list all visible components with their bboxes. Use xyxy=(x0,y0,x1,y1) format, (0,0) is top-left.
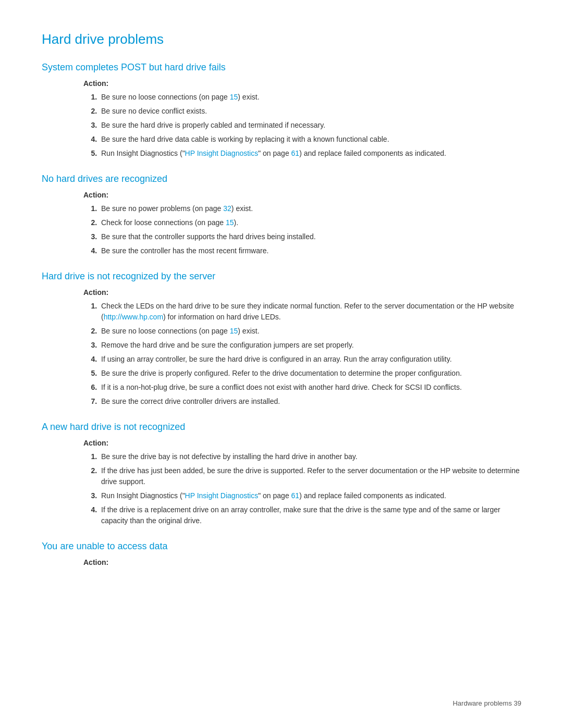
link[interactable]: 61 xyxy=(291,491,300,500)
list-item: Be sure the controller has the most rece… xyxy=(99,245,521,256)
page-footer: Hardware problems 39 xyxy=(452,699,521,707)
page-title: Hard drive problems xyxy=(42,31,521,47)
section-post-fails-title: System completes POST but hard drive fai… xyxy=(42,62,521,73)
section-not-recognized-server-action-label: Action xyxy=(83,288,521,297)
section-unable-access-title: You are unable to access data xyxy=(42,541,521,552)
section-no-drives-action-label: Action xyxy=(83,191,521,199)
list-item: If the drive has just been added, be sur… xyxy=(99,465,521,487)
section-unable-access-action-label: Action xyxy=(83,558,521,566)
list-item: Run Insight Diagnostics ("HP Insight Dia… xyxy=(99,148,521,159)
section-not-recognized-server-title: Hard drive is not recognized by the serv… xyxy=(42,271,521,282)
section-post-fails-list: Be sure no loose connections (on page 15… xyxy=(99,92,521,159)
list-item: Be sure the drive is properly configured… xyxy=(99,368,521,379)
section-new-drive-not-recognized-title: A new hard drive is not recognized xyxy=(42,422,521,433)
list-item: Be sure no power problems (on page 32) e… xyxy=(99,203,521,214)
list-item: Be sure the drive bay is not defective b… xyxy=(99,451,521,462)
list-item: Check for loose connections (on page 15)… xyxy=(99,217,521,228)
section-unable-access: You are unable to access dataAction xyxy=(42,541,521,566)
link[interactable]: 61 xyxy=(291,149,300,157)
list-item: If the drive is a replacement drive on a… xyxy=(99,504,521,526)
section-new-drive-not-recognized: A new hard drive is not recognizedAction… xyxy=(42,422,521,526)
section-not-recognized-server-list: Check the LEDs on the hard drive to be s… xyxy=(99,301,521,407)
section-not-recognized-server: Hard drive is not recognized by the serv… xyxy=(42,271,521,407)
list-item: Be sure the hard drive data cable is wor… xyxy=(99,134,521,145)
list-item: Be sure no loose connections (on page 15… xyxy=(99,92,521,103)
list-item: Be sure no device conflict exists. xyxy=(99,106,521,117)
link[interactable]: 32 xyxy=(223,204,231,213)
link[interactable]: 15 xyxy=(226,218,234,227)
list-item: Check the LEDs on the hard drive to be s… xyxy=(99,301,521,323)
link[interactable]: 15 xyxy=(230,93,238,101)
list-item: Be sure the hard drive is properly cable… xyxy=(99,120,521,131)
list-item: If it is a non-hot-plug drive, be sure a… xyxy=(99,382,521,393)
link[interactable]: http://www.hp.com xyxy=(104,313,163,321)
link[interactable]: HP Insight Diagnostics xyxy=(185,149,259,157)
list-item: Be sure the correct drive controller dri… xyxy=(99,396,521,407)
section-no-drives-list: Be sure no power problems (on page 32) e… xyxy=(99,203,521,256)
list-item: If using an array controller, be sure th… xyxy=(99,354,521,365)
section-no-drives: No hard drives are recognizedActionBe su… xyxy=(42,174,521,256)
list-item: Remove the hard drive and be sure the co… xyxy=(99,340,521,351)
section-new-drive-not-recognized-action-label: Action xyxy=(83,439,521,447)
link[interactable]: 15 xyxy=(230,327,238,335)
section-post-fails-action-label: Action xyxy=(83,79,521,88)
section-no-drives-title: No hard drives are recognized xyxy=(42,174,521,184)
list-item: Be sure no loose connections (on page 15… xyxy=(99,326,521,337)
list-item: Run Insight Diagnostics ("HP Insight Dia… xyxy=(99,490,521,501)
section-post-fails: System completes POST but hard drive fai… xyxy=(42,62,521,159)
list-item: Be sure that the controller supports the… xyxy=(99,231,521,242)
section-new-drive-not-recognized-list: Be sure the drive bay is not defective b… xyxy=(99,451,521,526)
link[interactable]: HP Insight Diagnostics xyxy=(185,491,259,500)
